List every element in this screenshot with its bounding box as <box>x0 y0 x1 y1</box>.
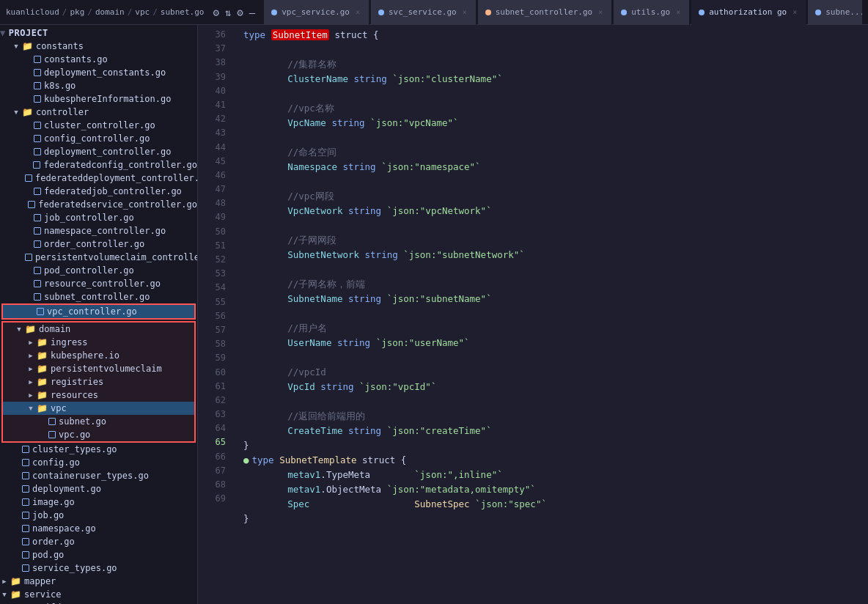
tab-authorization[interactable]: authorization go × <box>691 0 806 25</box>
sidebar-item-cluster-types[interactable]: cluster_types.go <box>0 443 197 456</box>
code-line <box>243 394 859 409</box>
breadcrumb-item: subnet.go <box>161 7 205 17</box>
file-label: image.go <box>32 497 75 507</box>
file-icon <box>22 512 29 519</box>
code-line: VpcNetwork string `json:"vpcNetwork"` <box>243 204 859 218</box>
sidebar-item-controller-folder[interactable]: ▼ 📁 controller <box>0 106 197 119</box>
sidebar-item-pod-controller[interactable]: pod_controller.go <box>0 264 197 277</box>
sidebar-item-subnet-go[interactable]: subnet.go <box>3 415 194 428</box>
tab-close-icon[interactable]: × <box>597 8 604 16</box>
breadcrumb-separator: / <box>128 7 133 17</box>
tab-close-icon[interactable]: × <box>461 8 468 16</box>
sidebar-item-namespace[interactable]: namespace.go <box>0 522 197 535</box>
file-icon <box>28 201 35 208</box>
folder-icon: 📁 <box>25 324 36 334</box>
file-icon <box>34 280 41 287</box>
sidebar-item-containeruser-types[interactable]: containeruser_types.go <box>0 469 197 482</box>
sidebar-item-constants-go[interactable]: constants.go <box>0 53 197 66</box>
code-editor[interactable]: 36 37 38 39 40 41 42 43 44 45 46 47 48 4… <box>198 25 868 604</box>
chevron-down-icon: ▼ <box>12 43 21 50</box>
sidebar-item-federatedconfig-controller[interactable]: federatedconfig_controller.go <box>0 158 197 172</box>
config-icon[interactable]: ⚙ <box>237 7 243 18</box>
tab-vpc-service[interactable]: vpc_service.go × <box>264 0 369 25</box>
settings-icon[interactable]: ⚙ <box>213 7 218 18</box>
breadcrumb-separator: / <box>152 7 158 17</box>
code-line <box>243 174 859 189</box>
sidebar-item-order[interactable]: order.go <box>0 535 197 548</box>
sidebar-item-pvc-controller[interactable]: persistentvolumeclaim_controller.go <box>0 251 197 264</box>
highlighted-identifier: SubnetItem <box>271 29 329 40</box>
folder-icon: 📁 <box>37 350 48 361</box>
sidebar-item-vpc-go[interactable]: vpc.go <box>3 428 194 441</box>
sidebar-item-pvc-folder[interactable]: ▶ 📁 persistentvolumeclaim <box>3 362 194 375</box>
sidebar-item-service-folder[interactable]: ▼ 📁 service <box>0 588 197 601</box>
line-numbers: 36 37 38 39 40 41 42 43 44 45 46 47 48 4… <box>198 25 235 604</box>
tab-label: vpc_service.go <box>282 7 350 17</box>
folder-icon: 📁 <box>37 364 48 374</box>
code-line <box>243 306 859 321</box>
sidebar-item-federatedservice-controller[interactable]: federatedservice_controller.go <box>0 198 197 211</box>
sidebar-item-domain-folder[interactable]: ▼ 📁 domain <box>3 323 194 336</box>
tab-utils[interactable]: utils.go × <box>614 0 690 25</box>
folder-label: service <box>24 589 62 600</box>
sidebar-item-pod[interactable]: pod.go <box>0 548 197 561</box>
sidebar-item-constants-folder[interactable]: ▼ 📁 constants <box>0 40 197 53</box>
sidebar-item-image[interactable]: image.go <box>0 496 197 509</box>
tab-close-icon[interactable]: × <box>354 8 361 16</box>
sidebar-item-deployment-controller[interactable]: deployment_controller.go <box>0 145 197 158</box>
sidebar-item-vpc-controller[interactable]: vpc_controller.go <box>3 305 194 318</box>
minimize-icon[interactable]: — <box>249 7 255 18</box>
code-line: Namespace string `json:"namespace"` <box>243 160 859 174</box>
folder-label: domain <box>39 324 70 334</box>
code-line <box>243 262 859 277</box>
sidebar-item-ingress-folder[interactable]: ▶ 📁 ingress <box>3 336 194 349</box>
sidebar-item-public-folder[interactable]: ▶ 📁 public <box>0 601 197 604</box>
sidebar-item-config-controller[interactable]: config_controller.go <box>0 132 197 145</box>
tab-subnet[interactable]: subne... × <box>808 0 862 25</box>
sidebar-item-subnet-controller[interactable]: subnet_controller.go <box>0 290 197 303</box>
sidebar-item-vpc-folder[interactable]: ▼ 📁 vpc <box>3 402 194 415</box>
sidebar-item-federateddeployment-controller[interactable]: federateddeployment_controller.go <box>0 172 197 185</box>
file-icon <box>34 214 41 221</box>
sidebar-item-mapper-folder[interactable]: ▶ 📁 mapper <box>0 575 197 588</box>
tab-indicator <box>699 10 705 15</box>
tab-indicator <box>621 10 627 15</box>
sidebar-item-order-controller[interactable]: order_controller.go <box>0 237 197 251</box>
sidebar-item-deployment-constants[interactable]: deployment_constants.go <box>0 66 197 79</box>
code-content: type SubnetItem struct { //集群名称 ClusterN… <box>235 25 868 604</box>
toolbar-icons: ⚙ ⇅ ⚙ — <box>207 7 261 18</box>
sidebar-item-job[interactable]: job.go <box>0 509 197 522</box>
tab-close-icon[interactable]: × <box>674 8 682 16</box>
sidebar-item-deployment[interactable]: deployment.go <box>0 482 197 496</box>
sidebar-item-job-controller[interactable]: job_controller.go <box>0 211 197 224</box>
file-icon <box>22 538 29 545</box>
sidebar-item-kubesphere-folder[interactable]: ▶ 📁 kubesphere.io <box>3 349 194 362</box>
project-header[interactable]: ▼ Project <box>0 26 197 40</box>
code-line: //返回给前端用的 <box>243 409 859 424</box>
folder-label: kubesphere.io <box>51 350 119 361</box>
file-icon <box>33 161 40 169</box>
sidebar-item-resource-controller[interactable]: resource_controller.go <box>0 277 197 290</box>
sidebar-item-kubesphere[interactable]: kubesphereInformation.go <box>0 92 197 106</box>
split-icon[interactable]: ⇅ <box>225 7 231 18</box>
sidebar-item-config[interactable]: config.go <box>0 456 197 469</box>
tab-svc-service[interactable]: svc_service.go × <box>371 0 477 25</box>
tab-subnet-controller[interactable]: subnet_controller.go × <box>478 0 612 25</box>
code-area: 36 37 38 39 40 41 42 43 44 45 46 47 48 4… <box>198 25 868 604</box>
file-icon <box>22 564 29 572</box>
code-line: //用户名 <box>243 321 859 336</box>
sidebar-item-federatedjob-controller[interactable]: federatedjob_controller.go <box>0 185 197 198</box>
tab-indicator <box>815 10 821 15</box>
file-label: pod_controller.go <box>44 265 134 276</box>
tab-close-icon[interactable]: × <box>791 8 798 16</box>
chevron-right-icon: ▶ <box>0 578 9 585</box>
tab-label: authorization go <box>709 7 787 17</box>
sidebar-item-cluster-controller[interactable]: cluster_controller.go <box>0 119 197 132</box>
sidebar-item-registries-folder[interactable]: ▶ 📁 registries <box>3 375 194 388</box>
sidebar-item-resources-folder[interactable]: ▶ 📁 resources <box>3 388 194 402</box>
code-line: VpcName string `json:"vpcName"` <box>243 116 859 130</box>
file-icon <box>34 293 41 301</box>
sidebar-item-service-types[interactable]: service_types.go <box>0 561 197 575</box>
sidebar-item-namespace-controller[interactable]: namespace_controller.go <box>0 224 197 237</box>
sidebar-item-k8s[interactable]: k8s.go <box>0 79 197 92</box>
